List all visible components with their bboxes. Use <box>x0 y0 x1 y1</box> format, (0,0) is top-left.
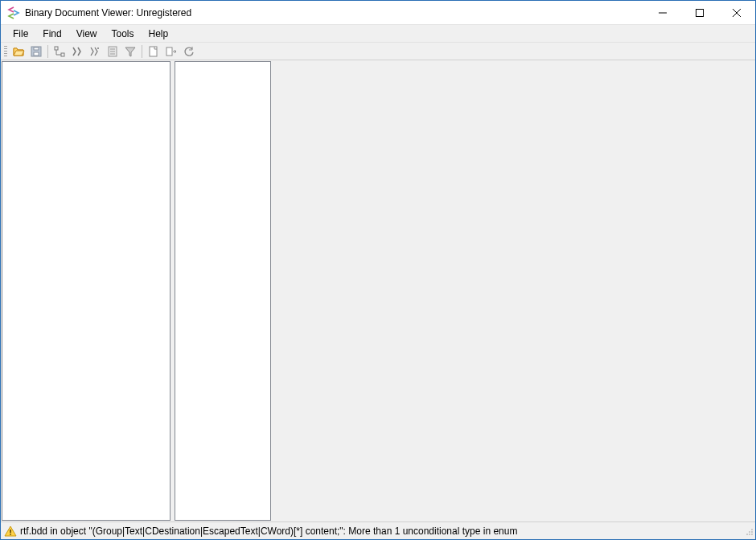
refresh-button[interactable] <box>181 43 197 60</box>
svg-point-24 <box>749 534 750 535</box>
menubar: File Find View Tools Help <box>1 25 755 43</box>
window-title: Binary Document Viewer: Unregistered <box>25 7 644 19</box>
svg-rect-19 <box>10 534 11 535</box>
toolbar <box>1 43 755 60</box>
resize-grip[interactable] <box>744 528 754 538</box>
toolbar-separator <box>47 45 48 58</box>
list-pane[interactable] <box>175 61 271 521</box>
svg-rect-18 <box>10 530 11 533</box>
export-button[interactable] <box>163 43 179 60</box>
svg-rect-16 <box>150 47 157 56</box>
svg-line-3 <box>733 9 741 17</box>
menu-view[interactable]: View <box>69 27 105 41</box>
svg-rect-7 <box>55 47 58 50</box>
tree-pane[interactable] <box>2 61 171 521</box>
svg-point-23 <box>746 534 748 535</box>
svg-rect-6 <box>34 47 39 50</box>
save-button[interactable] <box>28 43 44 60</box>
toolbar-separator <box>142 45 142 58</box>
app-window: Binary Document Viewer: Unregistered Fil… <box>0 0 756 540</box>
statusbar: rtf.bdd in object "(Group|Text|CDestinat… <box>1 521 755 539</box>
menu-tools[interactable]: Tools <box>104 27 141 41</box>
svg-point-22 <box>751 531 753 533</box>
splitter-left[interactable] <box>171 60 174 521</box>
status-message: rtf.bdd in object "(Group|Text|CDestinat… <box>20 526 755 537</box>
page-button[interactable] <box>146 43 162 60</box>
app-icon <box>7 6 20 19</box>
open-button[interactable] <box>10 43 27 60</box>
window-controls <box>644 1 755 24</box>
svg-rect-5 <box>34 52 39 56</box>
svg-point-25 <box>751 534 753 535</box>
menu-file[interactable]: File <box>6 27 35 41</box>
svg-point-21 <box>749 531 750 533</box>
maximize-button[interactable] <box>681 1 718 24</box>
toolbar-grip[interactable] <box>4 45 7 58</box>
svg-rect-1 <box>696 9 704 16</box>
svg-rect-10 <box>61 53 64 56</box>
find-next-button[interactable] <box>87 43 103 60</box>
tree-expand-button[interactable] <box>51 43 68 60</box>
titlebar: Binary Document Viewer: Unregistered <box>1 1 755 25</box>
main-pane[interactable] <box>274 60 755 521</box>
svg-rect-17 <box>166 47 172 56</box>
find-button[interactable] <box>69 43 85 60</box>
menu-help[interactable]: Help <box>142 27 176 41</box>
close-button[interactable] <box>718 1 755 24</box>
warning-icon <box>4 525 17 538</box>
svg-line-2 <box>733 9 741 17</box>
minimize-button[interactable] <box>644 1 681 24</box>
document-button[interactable] <box>105 43 121 60</box>
content-area <box>1 60 755 521</box>
menu-find[interactable]: Find <box>35 27 68 41</box>
svg-point-20 <box>751 529 753 530</box>
svg-point-11 <box>97 47 99 49</box>
filter-button[interactable] <box>122 43 138 60</box>
